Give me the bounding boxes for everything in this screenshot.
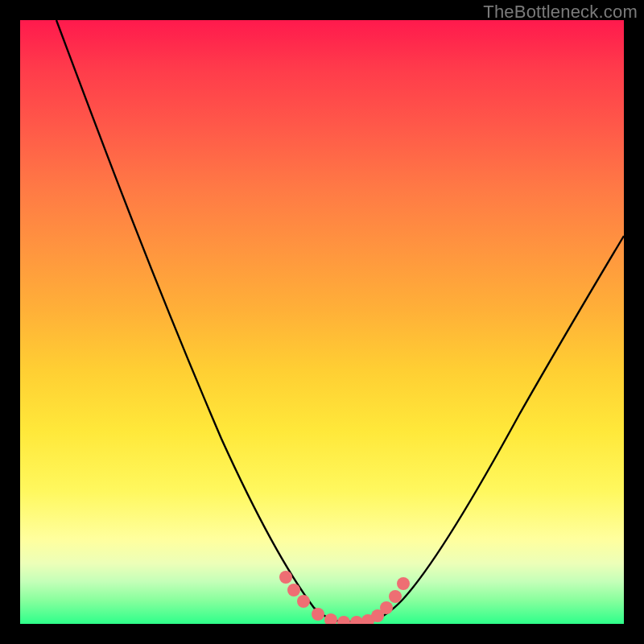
svg-point-11 <box>397 577 410 590</box>
svg-point-4 <box>324 613 337 624</box>
svg-point-1 <box>287 584 300 597</box>
svg-point-6 <box>350 616 363 624</box>
curve-svg <box>20 20 624 624</box>
svg-point-0 <box>279 571 292 584</box>
plot-area <box>20 20 624 624</box>
right-branch-path <box>368 236 624 622</box>
trough-markers <box>279 571 410 624</box>
svg-point-3 <box>312 608 324 621</box>
svg-point-10 <box>389 590 402 603</box>
svg-point-5 <box>337 616 350 624</box>
left-branch-path <box>56 20 341 621</box>
svg-point-9 <box>380 601 393 614</box>
svg-point-2 <box>297 595 310 608</box>
chart-frame: TheBottleneck.com <box>0 0 644 644</box>
